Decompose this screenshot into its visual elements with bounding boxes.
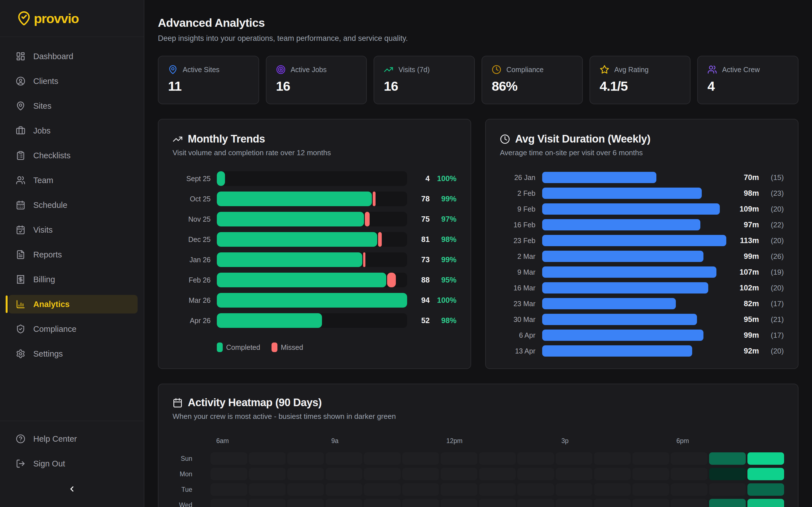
duration-row: 6 Apr99m(17) (500, 327, 784, 343)
chart-title: Avg Visit Duration (Weekly) (515, 133, 651, 145)
sidebar-item-jobs[interactable]: Jobs (8, 121, 138, 140)
trending-up-icon (172, 134, 183, 144)
sidebar-item-visits[interactable]: Visits (8, 221, 138, 239)
trend-row-label: Mar 26 (172, 296, 211, 304)
duration-row: 9 Feb109m(20) (500, 201, 784, 217)
help-center-label: Help Center (33, 434, 77, 444)
duration-rows: 26 Jan70m(15)2 Feb98m(23)9 Feb109m(20)16… (500, 170, 784, 359)
heatmap-row: Sun (172, 452, 784, 465)
heatmap-day-label: Tue (172, 486, 192, 494)
sidebar-item-compliance[interactable]: Compliance (8, 320, 138, 338)
sidebar-item-dashboard[interactable]: Dashboard (8, 47, 138, 66)
sidebar-item-label: Compliance (33, 325, 77, 334)
activity-heatmap-card: Activity Heatmap (90 Days) When your cre… (158, 384, 799, 507)
heatmap-cell (709, 499, 746, 507)
duration-minutes-value: 98m (726, 189, 759, 198)
trend-completion-pct: 100% (430, 296, 456, 305)
duration-row-label: 2 Mar (500, 252, 536, 261)
completed-bar (217, 212, 364, 226)
heatmap-cell (402, 452, 439, 465)
stat-value: 4.1/5 (600, 78, 680, 94)
trend-total-value: 4 (407, 174, 430, 183)
duration-bar (542, 330, 703, 341)
duration-row: 13 Apr92m(20) (500, 343, 784, 359)
stat-value: 86% (492, 78, 573, 94)
stat-card-active-jobs: Active Jobs 16 (266, 56, 367, 104)
trend-row-label: Oct 25 (172, 195, 211, 203)
sidebar-item-sites[interactable]: Sites (8, 97, 138, 115)
heatmap-cell (364, 452, 401, 465)
duration-visit-count: (20) (759, 236, 784, 245)
sign-out-item[interactable]: Sign Out (8, 454, 131, 473)
sidebar-item-label: Visits (33, 225, 53, 235)
duration-bar (542, 187, 702, 199)
missed-bar (378, 232, 382, 247)
trend-row: Sept 254100% (172, 168, 456, 189)
heatmap-row: Mon (172, 468, 784, 480)
heatmap-cell (364, 499, 401, 507)
duration-row: 30 Mar95m(21) (500, 312, 784, 327)
legend-item-completed: Completed (217, 342, 260, 352)
help-circle-icon (16, 434, 26, 444)
heatmap-row: Tue (172, 483, 784, 496)
duration-bar (542, 251, 703, 262)
trend-row: Feb 268895% (172, 270, 456, 290)
trend-bar-track (217, 293, 407, 307)
duration-row-label: 16 Mar (500, 284, 536, 292)
sidebar-item-team[interactable]: Team (8, 171, 138, 189)
heatmap-cell (594, 499, 631, 507)
missed-bar (365, 212, 369, 226)
duration-bar-zone (542, 172, 726, 183)
collapse-sidebar-button[interactable] (65, 482, 79, 496)
stat-value: 16 (384, 78, 465, 94)
calendar-icon (16, 200, 26, 210)
sidebar-item-settings[interactable]: Settings (8, 344, 138, 363)
duration-visit-count: (22) (759, 221, 784, 229)
clock-icon (500, 134, 510, 144)
heatmap-cell (211, 452, 247, 465)
sidebar-item-reports[interactable]: Reports (8, 245, 138, 264)
missed-bar (387, 273, 396, 287)
stat-card-visits-7d: Visits (7d) 16 (373, 56, 475, 104)
sidebar-item-analytics[interactable]: Analytics (8, 295, 138, 314)
missed-bar (373, 191, 375, 206)
completed-swatch (217, 342, 223, 352)
heatmap-cells (211, 499, 784, 507)
duration-minutes-value: 113m (726, 236, 759, 245)
completed-bar (217, 232, 377, 247)
sidebar-item-billing[interactable]: Billing (8, 270, 138, 289)
trend-row: Mar 2694100% (172, 290, 456, 311)
sidebar-item-checklists[interactable]: Checklists (8, 146, 138, 165)
trend-completion-pct: 98% (430, 235, 456, 244)
duration-row-label: 2 Feb (500, 189, 536, 198)
app-logo[interactable]: provvio (0, 0, 144, 37)
chart-title: Activity Heatmap (90 Days) (188, 397, 322, 409)
heatmap-cell (249, 452, 286, 465)
stat-value: 16 (276, 78, 357, 94)
sidebar-item-label: Clients (33, 76, 58, 86)
trend-row: Apr 265298% (172, 311, 456, 331)
heatmap-cell (364, 483, 401, 496)
map-pin-icon (16, 101, 26, 111)
help-center-item[interactable]: Help Center (8, 430, 131, 448)
duration-bar (542, 282, 708, 293)
heatmap-cell (709, 452, 746, 465)
sidebar-item-clients[interactable]: Clients (8, 72, 138, 91)
charts-row: Monthly Trends Visit volume and completi… (158, 119, 799, 369)
duration-bar-zone (542, 267, 726, 278)
heatmap-cell (671, 483, 707, 496)
file-text-icon (16, 250, 26, 260)
duration-bar (542, 298, 676, 309)
sidebar-item-schedule[interactable]: Schedule (8, 196, 138, 214)
heatmap-cell (326, 499, 362, 507)
stat-label: Avg Rating (614, 66, 649, 74)
duration-bar-zone (542, 282, 726, 293)
duration-minutes-value: 99m (726, 252, 759, 261)
trend-total-value: 75 (407, 215, 430, 224)
completed-bar (217, 273, 386, 287)
receipt-icon (16, 275, 26, 284)
heatmap-cell (748, 483, 784, 496)
duration-bar-zone (542, 203, 726, 215)
duration-minutes-value: 70m (726, 173, 759, 182)
sidebar-item-label: Schedule (33, 201, 67, 210)
